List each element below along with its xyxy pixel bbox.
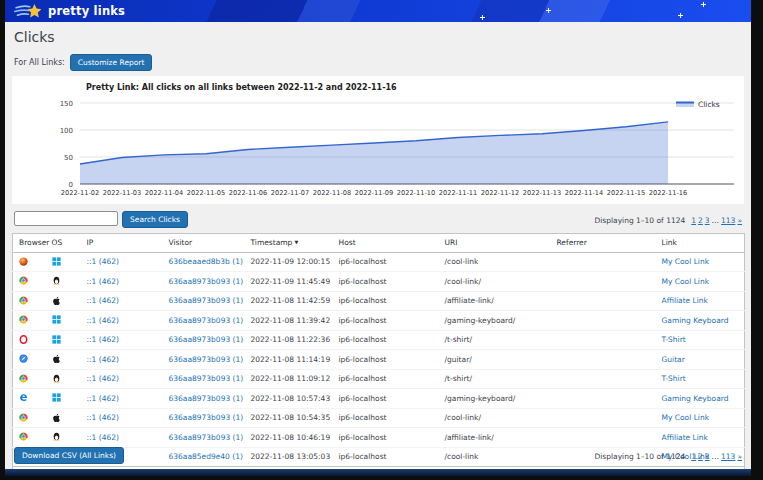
uri-cell: /affiliate-link/ — [439, 428, 551, 448]
ip-link[interactable]: ::1 (462) — [87, 316, 119, 325]
ip-link[interactable]: ::1 (462) — [87, 355, 119, 364]
customize-report-button[interactable]: Customize Report — [70, 54, 153, 71]
visitor-link[interactable]: 636aa8973b093 (1) — [169, 277, 244, 286]
page-title: Clicks — [14, 29, 55, 45]
column-header-uri[interactable]: URI — [439, 234, 551, 253]
ip-link[interactable]: ::1 (462) — [87, 335, 119, 344]
search-input[interactable] — [14, 211, 118, 226]
ip-cell: ::1 (462) — [81, 330, 163, 350]
column-header-referrer[interactable]: Referrer — [551, 234, 656, 253]
click-record-row: ::1 (462)636aa8973b093 (1)2022-11-08 11:… — [13, 311, 745, 331]
ip-link[interactable]: ::1 (462) — [87, 413, 119, 422]
pretty-link-link[interactable]: Guitar — [662, 355, 685, 364]
page-link[interactable]: 2 — [698, 452, 703, 461]
visitor-link[interactable]: 636aa8973b093 (1) — [169, 413, 244, 422]
ip-cell: ::1 (462) — [81, 291, 163, 311]
x-tick-label: 2022-11-08 — [313, 189, 351, 197]
page-link[interactable]: 3 — [705, 216, 710, 225]
visitor-link[interactable]: 636aa8973b093 (1) — [169, 335, 244, 344]
ip-link[interactable]: ::1 (462) — [87, 374, 119, 383]
ip-cell: ::1 (462) — [81, 369, 163, 389]
pretty-link-link[interactable]: T-Shirt — [662, 335, 686, 344]
visitor-link[interactable]: 636aa85ed9e40 (1) — [169, 452, 243, 461]
pretty-links-admin-page: pretty links Clicks For All Links: Custo… — [5, 0, 751, 476]
column-header-link[interactable]: Link — [656, 234, 745, 253]
y-tick-label: 100 — [60, 127, 73, 135]
pretty-link-link[interactable]: My Cool Link — [662, 413, 710, 422]
sort-descending-icon: ▼ — [294, 239, 298, 245]
referrer-cell — [551, 291, 656, 311]
column-header-host[interactable]: Host — [333, 234, 439, 253]
visitor-link[interactable]: 636aa8973b093 (1) — [169, 316, 244, 325]
for-all-links-label: For All Links: — [14, 58, 65, 67]
visitor-link[interactable]: 636aa8973b093 (1) — [169, 394, 244, 403]
link-cell: T-Shirt — [656, 330, 745, 350]
pretty-link-link[interactable]: T-Shirt — [662, 374, 686, 383]
click-record-row: ::1 (462)636aa8973b093 (1)2022-11-08 10:… — [13, 408, 745, 428]
pretty-link-link[interactable]: Gaming Keyboard — [662, 316, 729, 325]
uri-cell: /cool-link — [439, 252, 551, 272]
page-link[interactable]: » — [737, 452, 742, 461]
displaying-text: Displaying 1–10 of 1124 — [594, 216, 685, 225]
host-cell: ip6-localhost — [333, 389, 439, 409]
referrer-cell — [551, 311, 656, 331]
chrome-icon — [19, 374, 28, 383]
uri-cell: /cool-link — [439, 447, 551, 467]
column-header-os[interactable]: OS — [46, 234, 81, 253]
visitor-cell: 636beaaed8b3b (1) — [163, 252, 245, 272]
visitor-link[interactable]: 636aa8973b093 (1) — [169, 296, 244, 305]
click-record-row: ::1 (462)636aa8973b093 (1)2022-11-08 11:… — [13, 330, 745, 350]
visitor-link[interactable]: 636aa8973b093 (1) — [169, 374, 244, 383]
pretty-link-link[interactable]: Affiliate Link — [662, 433, 708, 442]
timestamp-cell: 2022-11-08 10:54:35 — [245, 408, 333, 428]
referrer-cell — [551, 330, 656, 350]
x-tick-label: 2022-11-14 — [565, 189, 603, 197]
ip-link[interactable]: ::1 (462) — [87, 296, 119, 305]
browser-cell — [13, 350, 46, 370]
os-cell — [46, 311, 81, 331]
edge-icon — [19, 393, 28, 402]
page-link[interactable]: » — [737, 216, 742, 225]
column-header-ip[interactable]: IP — [81, 234, 163, 253]
link-cell: Affiliate Link — [656, 428, 745, 448]
visitor-link[interactable]: 636aa8973b093 (1) — [169, 433, 244, 442]
visitor-cell: 636aa85ed9e40 (1) — [163, 447, 245, 467]
visitor-cell: 636aa8973b093 (1) — [163, 291, 245, 311]
pretty-link-link[interactable]: Gaming Keyboard — [662, 394, 729, 403]
page-link[interactable]: 113 — [721, 452, 735, 461]
page-link[interactable]: 1 — [691, 216, 696, 225]
opera-icon — [19, 335, 28, 344]
uri-cell: /t-shirt/ — [439, 369, 551, 389]
page-link[interactable]: 3 — [705, 452, 710, 461]
pretty-link-link[interactable]: Affiliate Link — [662, 296, 708, 305]
ip-link[interactable]: ::1 (462) — [87, 257, 119, 266]
legend-label: Clicks — [698, 100, 720, 109]
ip-link[interactable]: ::1 (462) — [87, 433, 119, 442]
os-cell — [46, 350, 81, 370]
ip-cell: ::1 (462) — [81, 272, 163, 292]
page-link[interactable]: 1 — [691, 452, 696, 461]
referrer-cell — [551, 428, 656, 448]
column-header-visitor[interactable]: Visitor — [163, 234, 245, 253]
visitor-link[interactable]: 636beaaed8b3b (1) — [169, 257, 243, 266]
page-link[interactable]: 113 — [721, 216, 735, 225]
x-tick-label: 2022-11-16 — [649, 189, 687, 197]
ip-link[interactable]: ::1 (462) — [87, 277, 119, 286]
column-header-browser[interactable]: Browser — [13, 234, 46, 253]
y-tick-label: 150 — [60, 100, 73, 108]
os-cell — [46, 272, 81, 292]
ip-link[interactable]: ::1 (462) — [87, 394, 119, 403]
page-link[interactable]: 2 — [698, 216, 703, 225]
column-header-timestamp[interactable]: Timestamp▼ — [245, 234, 333, 253]
uri-cell: /guitar/ — [439, 350, 551, 370]
visitor-cell: 636aa8973b093 (1) — [163, 350, 245, 370]
visitor-link[interactable]: 636aa8973b093 (1) — [169, 355, 244, 364]
pretty-link-link[interactable]: My Cool Link — [662, 257, 710, 266]
pretty-link-link[interactable]: My Cool Link — [662, 277, 710, 286]
click-record-row: ::1 (462)636aa8973b093 (1)2022-11-08 10:… — [13, 389, 745, 409]
os-cell — [46, 291, 81, 311]
download-csv-button[interactable]: Download CSV (All Links) — [14, 447, 124, 464]
click-record-row: ::1 (462)636aa8973b093 (1)2022-11-09 11:… — [13, 272, 745, 292]
search-clicks-button[interactable]: Search Clicks — [122, 211, 188, 228]
browser-cell — [13, 428, 46, 448]
